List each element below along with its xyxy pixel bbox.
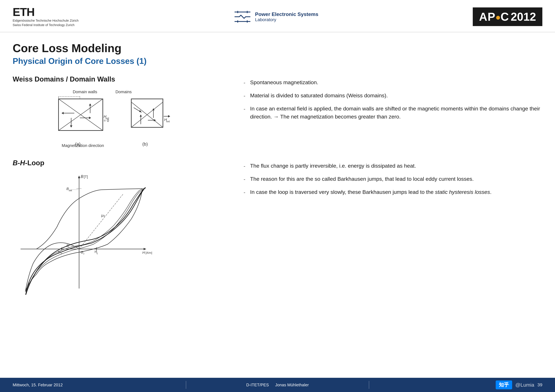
main-content: Core Loss Modeling Physical Origin of Co…: [0, 32, 555, 305]
zhihu-badge: 知乎: [496, 380, 512, 389]
svg-text:c: c: [97, 252, 98, 255]
apec-logo: APC 2012: [473, 7, 542, 26]
bullet-text-1: Spontaneous magnetization.: [250, 78, 542, 87]
footer: Mittwoch, 15. Februar 2012 D-ITET/PES Jo…: [0, 378, 555, 392]
content-area: Weiss Domains / Domain Walls Domain wall…: [13, 75, 542, 295]
bullet-item-5: - The reason for this are the so called …: [244, 175, 542, 183]
svg-marker-36: [168, 115, 170, 118]
apec-text: APC: [479, 10, 509, 23]
left-column: Weiss Domains / Domain Walls Domain wall…: [13, 75, 234, 295]
pes-subtitle: Laboratory: [255, 17, 318, 22]
apec-year: 2012: [511, 10, 536, 23]
label-b: (b): [142, 142, 148, 147]
domains-label: Domains: [116, 89, 132, 94]
svg-text:-B: -B: [80, 250, 83, 254]
slide-title: Core Loss Modeling: [13, 42, 542, 55]
svg-marker-15: [70, 125, 73, 127]
bullet-item-4: - The flux change is partly irreversible…: [244, 162, 542, 170]
bullet-item-3: - In case an external field is applied, …: [244, 105, 542, 121]
right-column: - Spontaneous magnetization. - Material …: [244, 75, 542, 295]
bullet-text-6: In case the loop is traversed very slowl…: [250, 188, 542, 196]
bullet-text-5: The reason for this are the so called Ba…: [250, 175, 542, 183]
footer-dept: D-ITET/PES: [246, 383, 269, 387]
svg-marker-42: [144, 248, 146, 250]
svg-text:H: H: [142, 251, 145, 255]
svg-text:[A/m]: [A/m]: [146, 251, 152, 254]
footer-right: 知乎 @Lumia 39: [379, 380, 542, 389]
eth-name: ETH: [13, 6, 79, 18]
svg-marker-32: [140, 115, 142, 117]
bullet-text-3: In case an external field is applied, th…: [250, 105, 542, 121]
svg-text:= 0: = 0: [104, 118, 109, 123]
footer-center: D-ITET/PES Jonas Mühlethaler: [196, 383, 359, 387]
svg-marker-13: [89, 104, 91, 106]
footer-divider-1: [186, 381, 186, 389]
domain-box-a: H ext = 0: [55, 96, 116, 140]
bh-loop-title: B-H-Loop: [13, 159, 234, 167]
svg-marker-28: [139, 110, 142, 112]
bottom-bullets: - The flux change is partly irreversible…: [244, 162, 542, 196]
watermark-text: @Lumia: [515, 382, 534, 388]
svg-text:μ₀: μ₀: [101, 213, 105, 217]
svg-text:r: r: [83, 252, 84, 255]
bullet-dash-5: -: [244, 175, 245, 183]
bullet-text-2: Material is divided to saturated domains…: [250, 92, 542, 100]
top-bullets: - Spontaneous magnetization. - Material …: [244, 78, 542, 121]
header: ETH Eidgenössische Technische Hochschule…: [0, 0, 555, 32]
footer-date: Mittwoch, 15. Februar 2012: [13, 383, 176, 387]
eth-subtitle: Eidgenössische Technische Hochschule Zür…: [13, 18, 79, 27]
pes-text: Power Electronic Systems Laboratory: [255, 11, 318, 22]
bullet-dash-4: -: [244, 162, 245, 170]
svg-marker-11: [62, 112, 64, 114]
svg-text:B: B: [81, 174, 83, 179]
svg-text:c: c: [61, 252, 62, 255]
pes-title: Power Electronic Systems: [255, 11, 318, 17]
svg-marker-17: [89, 117, 91, 119]
footer-divider-2: [369, 381, 369, 389]
bullet-dash-2: -: [244, 92, 245, 100]
svg-text:-H: -H: [57, 250, 61, 254]
bullet-item-2: - Material is divided to saturated domai…: [244, 92, 542, 100]
weiss-domains-title: Weiss Domains / Domain Walls: [13, 75, 234, 83]
svg-text:B: B: [66, 187, 69, 191]
bullet-dash-3: -: [244, 105, 245, 121]
domain-box-b: H ext: [128, 96, 172, 140]
svg-text:sat: sat: [69, 189, 72, 192]
domain-walls-label: Domain walls: [73, 89, 97, 94]
pes-logo: Power Electronic Systems Laboratory: [233, 10, 318, 23]
pes-icon: [233, 10, 252, 23]
mag-direction: Magnetization direction: [62, 143, 104, 148]
domain-diagram: Domain walls Domains: [13, 89, 234, 150]
bullet-dash-1: -: [244, 79, 245, 87]
svg-text:[T]: [T]: [84, 175, 88, 179]
svg-rect-24: [131, 99, 163, 127]
bullet-dash-6: -: [244, 188, 245, 196]
eth-logo: ETH Eidgenössische Technische Hochschule…: [13, 6, 79, 27]
bullet-item-6: - In case the loop is traversed very slo…: [244, 188, 542, 196]
slide-subtitle: Physical Origin of Core Losses (1): [13, 56, 542, 66]
svg-text:r: r: [68, 246, 69, 249]
svg-marker-40: [78, 176, 80, 178]
footer-author: Jonas Mühlethaler: [275, 383, 309, 387]
svg-text:ext: ext: [166, 120, 170, 123]
bh-loop-diagram: B [T] H [A/m]: [13, 171, 234, 295]
bh-loop-svg: B [T] H [A/m]: [13, 171, 155, 295]
bullet-item-1: - Spontaneous magnetization.: [244, 78, 542, 87]
page-number: 39: [537, 382, 542, 387]
bullet-text-4: The flux change is partly irreversible, …: [250, 162, 542, 170]
